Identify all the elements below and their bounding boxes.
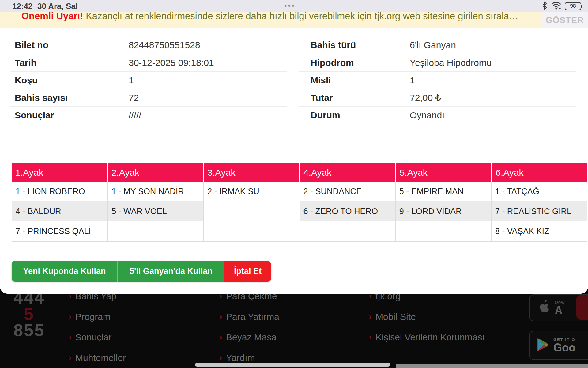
footer-link[interactable]: ›Kişisel Verilerin Korunması — [369, 332, 485, 352]
wifi-icon — [551, 1, 562, 11]
bluetooth-icon — [541, 1, 548, 11]
warning-text: Önemli Uyarı! Kazançlı at renklendirmesi… — [21, 12, 518, 22]
page: 12:42 30 Ara, Sal ••• 98 Önem — [0, 0, 588, 368]
footer-link[interactable]: ›Para Çekme — [219, 291, 279, 311]
ticket-row-left: Tarih30-12-2025 09:18:01 — [10, 54, 287, 71]
ticket-row-left: Sonuçlar///// — [10, 106, 287, 124]
ticket-row-value: 72 — [129, 93, 287, 103]
leg-header-cell: 1.Ayak — [12, 163, 108, 182]
ticket-row-value: 1 — [129, 75, 287, 86]
battery-percent: 98 — [570, 3, 576, 9]
leg-column: 2 - IRMAK SU — [204, 182, 300, 241]
footer-link[interactable]: ›Muhtemeller — [69, 352, 126, 368]
status-bar: 12:42 30 Ara, Sal ••• 98 — [0, 0, 588, 12]
date: 30 Ara, Sal — [37, 2, 78, 11]
footer-link-label: Beyaz Masa — [226, 332, 277, 343]
ticket-row-label: Misli — [311, 75, 410, 86]
ticket-row-right: Tutar72,00 ₺ — [299, 89, 576, 106]
ticket-row-label: Sonuçlar — [15, 110, 129, 121]
action-buttons: Yeni Kuponda Kullan 5'li Ganyan'da Kulla… — [12, 261, 271, 282]
window-menu-dots[interactable]: ••• — [284, 0, 296, 12]
show-button[interactable]: GÖSTER — [541, 12, 588, 28]
leg-column: 2 - SUNDANCE6 - ZERO TO HERO — [300, 182, 396, 241]
ticket-row-value: ///// — [129, 110, 287, 121]
footer-link-column: ›Para Çekme›Para Yatırma›Beyaz Masa›Yard… — [219, 291, 279, 368]
ticket-row-right: Misli1 — [299, 71, 576, 89]
footer-link-label: Para Yatırma — [226, 311, 279, 322]
chevron-right-icon: › — [219, 311, 222, 322]
footer-link[interactable]: ›Para Yatırma — [219, 311, 279, 332]
footer-link-column: ›Bahis Yap›Program›Sonuçlar›Muhtemeller — [69, 291, 126, 368]
red-panel — [576, 295, 588, 320]
leg-horse-cell: 1 - TATÇAĞ — [492, 182, 587, 201]
chevron-right-icon: › — [369, 311, 372, 322]
ticket-row-value: Yeşiloba Hipodromu — [410, 58, 576, 68]
leg-horse-cell: 2 - IRMAK SU — [204, 182, 299, 201]
footer-link-label: Yardım — [226, 352, 255, 363]
ticket-row-label: Bilet no — [15, 40, 129, 50]
ticket-row-left: Bilet no82448750551528 — [10, 36, 287, 54]
leg-horse-cell: 4 - BALDUR — [12, 201, 107, 221]
chevron-right-icon: › — [69, 311, 72, 322]
chevron-right-icon: › — [369, 332, 372, 342]
horizontal-scrollbar-pill[interactable] — [195, 363, 390, 367]
footer-link-label: Program — [75, 311, 111, 322]
leg-horse-cell: 5 - EMPIRE MAN — [396, 182, 491, 201]
leg-horse-cell: 7 - PRINCESS QALİ — [12, 221, 107, 241]
ticket-row-value: 82448750551528 — [129, 40, 287, 50]
google-play-badge[interactable]: GET IT O Goo — [529, 331, 588, 360]
ticket-row-label: Durum — [311, 110, 410, 121]
footer-link[interactable]: ›Beyaz Masa — [219, 332, 279, 352]
footer-link-label: Mobil Site — [375, 311, 416, 322]
footer-link-label: Sonuçlar — [75, 332, 111, 343]
chevron-right-icon: › — [69, 332, 72, 342]
leg-horse-cell: 9 - LORD VİDAR — [396, 201, 491, 221]
leg-header-cell: 4.Ayak — [300, 163, 396, 182]
leg-horse-cell: 6 - ZERO TO HERO — [300, 201, 395, 221]
legs-header-row: 1.Ayak2.Ayak3.Ayak4.Ayak5.Ayak6.Ayak — [12, 163, 587, 182]
cancel-ticket-button[interactable]: İptal Et — [224, 261, 271, 282]
ticket-row-label: Koşu — [15, 75, 129, 86]
use-in-new-coupon-button[interactable]: Yeni Kuponda Kullan — [12, 261, 117, 282]
footer-link[interactable]: ›Bahis Yap — [69, 291, 126, 311]
leg-column: 1 - LION ROBERO4 - BALDUR7 - PRINCESS QA… — [12, 182, 108, 241]
footer-link[interactable]: ›Mobil Site — [369, 311, 485, 332]
footer-link-label: Muhtemeller — [75, 352, 126, 363]
ticket-details-left: Bilet no82448750551528Tarih30-12-2025 09… — [10, 36, 287, 124]
warning-body: Kazançlı at renklendirmesinde sizlere da… — [83, 12, 518, 21]
leg-empty-cell — [396, 221, 491, 241]
ticket-row-right: DurumOynandı — [299, 106, 576, 124]
footer-link-column: ›tjk.org›Mobil Site›Kişisel Verilerin Ko… — [369, 291, 485, 352]
chevron-right-icon: › — [219, 352, 222, 363]
ticket-row-right: HipodromYeşiloba Hipodromu — [299, 54, 576, 71]
app-store-badge-big-text: A — [555, 305, 565, 316]
leg-horse-cell: 1 - LION ROBERO — [12, 182, 107, 201]
ticket-row-left: Koşu1 — [10, 71, 287, 89]
use-in-5li-ganyan-button[interactable]: 5'li Ganyan'da Kullan — [117, 261, 224, 282]
warning-banner: Önemli Uyarı! Kazançlı at renklendirmesi… — [0, 12, 588, 28]
footer-link[interactable]: ›Sonuçlar — [69, 332, 126, 352]
leg-empty-cell — [204, 221, 299, 241]
ticket-details: Bilet no82448750551528Tarih30-12-2025 09… — [10, 36, 576, 124]
leg-column: 5 - EMPIRE MAN9 - LORD VİDAR — [396, 182, 492, 241]
ticket-row-value: 30-12-2025 09:18:01 — [129, 58, 287, 68]
leg-header-cell: 6.Ayak — [492, 163, 587, 182]
leg-horse-cell: 5 - WAR VOEL — [108, 201, 203, 221]
leg-horse-cell: 1 - MY SON NADİR — [108, 182, 203, 201]
phone-line-3: 855 — [13, 322, 45, 338]
ticket-row-label: Bahis türü — [311, 40, 410, 50]
status-icons: 98 — [541, 0, 581, 12]
leg-empty-cell — [108, 221, 203, 241]
footer-link[interactable]: ›Program — [69, 311, 126, 332]
google-play-icon — [536, 338, 549, 353]
ticket-row-value: 6'lı Ganyan — [410, 40, 576, 50]
ticket-row-left: Bahis sayısı72 — [10, 89, 287, 106]
leg-horse-cell: 8 - VAŞAK KIZ — [492, 221, 587, 241]
leg-column: 1 - TATÇAĞ7 - REALISTIC GIRL8 - VAŞAK KI… — [492, 182, 587, 241]
footer-link[interactable]: ›tjk.org — [369, 291, 485, 311]
legs-table: 1.Ayak2.Ayak3.Ayak4.Ayak5.Ayak6.Ayak 1 -… — [12, 163, 587, 242]
ticket-row-value: 1 — [410, 75, 576, 86]
clock: 12:42 — [12, 2, 33, 11]
chevron-right-icon: › — [69, 352, 72, 363]
ticket-row-value: Oynandı — [410, 110, 576, 121]
